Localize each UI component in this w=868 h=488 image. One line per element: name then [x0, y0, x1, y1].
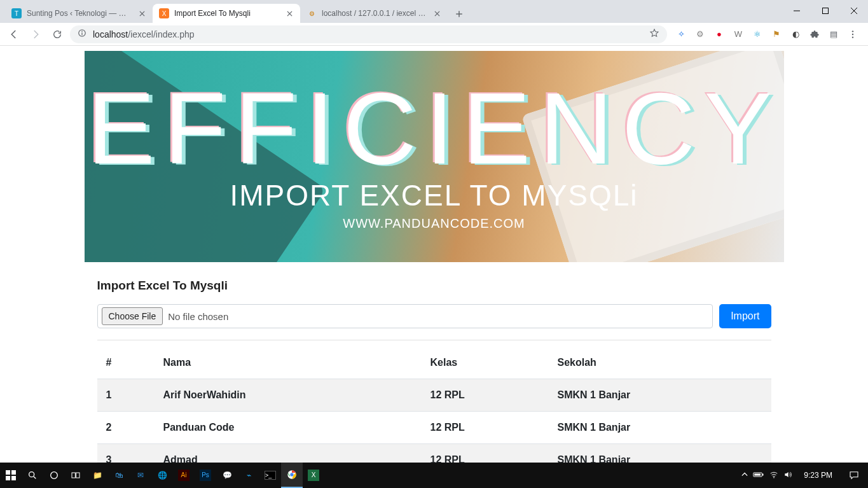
cortana-button[interactable]: [43, 463, 65, 488]
bookmark-star-icon[interactable]: [649, 28, 659, 40]
cell: 12 RPL: [422, 379, 549, 412]
tray-battery-icon[interactable]: [753, 471, 764, 480]
divider: [97, 340, 771, 340]
tab-wordpress[interactable]: T Sunting Pos ‹ Teknologi — WordP: [5, 4, 153, 23]
file-input[interactable]: Choose File No file chosen: [97, 304, 713, 328]
taskbar-app-store[interactable]: 🛍: [108, 463, 130, 488]
cell: 1: [97, 379, 155, 412]
forward-button[interactable]: [27, 25, 45, 43]
tab-title: localhost / 127.0.0.1 / iexcel / dat: [322, 9, 427, 18]
extension-icons: ✧ ⚙ ● W ⚛ ⚑ ◐ ▤: [671, 28, 863, 41]
cell: SMKN 1 Banjar: [549, 444, 771, 463]
import-button[interactable]: Import: [719, 304, 771, 328]
page-viewport[interactable]: EFFICIENCY IMPORT EXCEL TO MYSQLi WWW.PA…: [0, 46, 868, 463]
site-info-icon[interactable]: [78, 29, 86, 39]
cell: Arif NoerWahidin: [155, 379, 422, 412]
taskbar-app-excel[interactable]: X: [303, 463, 324, 488]
taskbar-app-vscode[interactable]: ⌁: [238, 463, 259, 488]
table-header-row: # Nama Kelas Sekolah: [97, 347, 771, 379]
svg-point-28: [290, 473, 293, 476]
svg-rect-20: [6, 476, 10, 480]
search-button[interactable]: [22, 463, 43, 488]
close-icon[interactable]: [285, 9, 294, 18]
table-row: 2 Panduan Code 12 RPL SMKN 1 Banjar: [97, 412, 771, 444]
ext-icon-2[interactable]: ⚙: [694, 28, 706, 41]
tab-phpmyadmin[interactable]: ⚙ localhost / 127.0.0.1 / iexcel / dat: [300, 4, 448, 23]
back-button[interactable]: [5, 25, 23, 43]
hero-banner: EFFICIENCY IMPORT EXCEL TO MYSQLi WWW.PA…: [85, 51, 784, 262]
window-close-button[interactable]: [839, 1, 868, 20]
svg-rect-31: [755, 473, 761, 475]
cell: SMKN 1 Banjar: [549, 412, 771, 444]
tray-volume-icon[interactable]: [783, 470, 792, 481]
col-hash: #: [97, 347, 155, 379]
page-heading: Import Excel To Mysqli: [97, 279, 771, 293]
taskbar-app-whatsapp[interactable]: 💬: [216, 463, 238, 488]
data-table: # Nama Kelas Sekolah 1 Arif NoerWahidin …: [97, 347, 771, 463]
file-status-text: No file chosen: [168, 311, 228, 322]
taskbar-app-photoshop[interactable]: Ps: [195, 463, 216, 488]
ext-icon-4[interactable]: W: [732, 28, 745, 41]
svg-point-16: [852, 33, 853, 34]
ext-icon-pinterest[interactable]: ●: [713, 28, 726, 41]
tray-wifi-icon[interactable]: [769, 470, 778, 481]
cell: 12 RPL: [422, 412, 549, 444]
svg-rect-26: [76, 473, 79, 478]
window-maximize-button[interactable]: [811, 1, 839, 20]
svg-rect-18: [6, 470, 10, 475]
ext-icon-5[interactable]: ⚛: [751, 28, 764, 41]
ext-icon-6[interactable]: ⚑: [770, 28, 783, 41]
taskbar-app-explorer[interactable]: 📁: [86, 463, 108, 488]
chrome-menu-icon[interactable]: [846, 28, 859, 41]
choose-file-button[interactable]: Choose File: [102, 307, 163, 325]
ext-icon-7[interactable]: ◐: [789, 28, 802, 41]
browser-toolbar: localhost/iexcel/index.php ✧ ⚙ ● W ⚛ ⚑ ◐…: [0, 23, 868, 46]
hero-subtitle: IMPORT EXCEL TO MYSQLi: [230, 178, 638, 213]
taskbar-time-text: 9:23 PM: [804, 471, 832, 479]
taskbar-app-chrome[interactable]: [281, 463, 303, 488]
cell: 2: [97, 412, 155, 444]
extensions-puzzle-icon[interactable]: [808, 28, 821, 41]
col-nama: Nama: [155, 347, 422, 379]
start-button[interactable]: [0, 463, 22, 488]
action-center-button[interactable]: [844, 463, 864, 488]
cell: 12 RPL: [422, 444, 549, 463]
tabstrip: T Sunting Pos ‹ Teknologi — WordP X Impo…: [0, 0, 868, 23]
svg-rect-21: [11, 476, 16, 480]
window-minimize-button[interactable]: [782, 1, 811, 20]
windows-taskbar: 📁 🛍 ✉ 🌐 Ai Ps 💬 ⌁ >_ X 9: [0, 463, 868, 488]
taskbar-app-mail[interactable]: ✉: [130, 463, 151, 488]
tray-chevron-up-icon[interactable]: [741, 471, 748, 480]
close-icon[interactable]: [432, 9, 441, 18]
ext-icon-9[interactable]: ▤: [827, 28, 840, 41]
cell: SMKN 1 Banjar: [549, 379, 771, 412]
table-row: 1 Arif NoerWahidin 12 RPL SMKN 1 Banjar: [97, 379, 771, 412]
reload-button[interactable]: [48, 25, 66, 43]
svg-point-22: [29, 472, 34, 477]
taskbar-app-edge[interactable]: 🌐: [151, 463, 173, 488]
address-bar[interactable]: localhost/iexcel/index.php: [70, 25, 667, 43]
taskbar-app-illustrator[interactable]: Ai: [173, 463, 195, 488]
svg-rect-30: [762, 473, 764, 475]
new-tab-button[interactable]: [450, 5, 468, 23]
svg-point-17: [852, 36, 853, 38]
col-kelas: Kelas: [422, 347, 549, 379]
svg-rect-25: [72, 473, 75, 478]
tab-import-excel[interactable]: X Import Excel To Mysqli: [153, 4, 300, 23]
svg-point-15: [852, 31, 853, 32]
ext-icon-1[interactable]: ✧: [675, 28, 687, 41]
taskbar-clock[interactable]: 9:23 PM: [799, 471, 837, 479]
hero-title: EFFICIENCY: [87, 83, 781, 174]
col-sekolah: Sekolah: [549, 347, 771, 379]
svg-point-32: [773, 477, 775, 478]
task-view-button[interactable]: [65, 463, 86, 488]
favicon-wordpress: T: [11, 8, 22, 18]
svg-rect-1: [822, 8, 828, 14]
url-text: localhost/iexcel/index.php: [93, 29, 195, 39]
taskbar-app-cmd[interactable]: >_: [259, 463, 281, 488]
hero-url: WWW.PANDUANCODE.COM: [343, 216, 525, 231]
favicon-xampp: X: [159, 8, 169, 18]
cell: Panduan Code: [155, 412, 422, 444]
svg-point-24: [51, 472, 58, 479]
close-icon[interactable]: [137, 9, 146, 18]
